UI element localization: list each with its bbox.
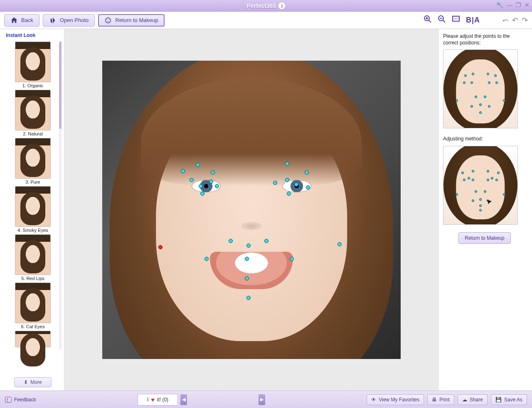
share-button[interactable]: ☁ Share [458,394,488,405]
toolbar-right: B|A ⤺ ↶ ↷ [424,15,528,25]
heart-icon: ♥ [151,396,154,403]
titlebar: Perfect365 i 🔧 — ❐ ✕ [0,0,532,12]
window-controls: 🔧 — ❐ ✕ [496,2,530,8]
view-favorites-button[interactable]: 👁 View My Favorites [367,394,424,405]
return-makeup-label: Return to Makeup [115,17,158,23]
zoom-in-icon[interactable] [424,15,432,25]
face-keypoint-18[interactable] [204,257,209,261]
face-keypoint-20[interactable] [290,257,294,261]
right-panel: Please adjust the points to the correct … [438,29,532,391]
undo-redo-group: ⤺ ↶ ↷ [502,16,528,25]
face-keypoint-21[interactable] [245,276,249,280]
zoom-out-icon[interactable] [438,15,446,25]
face-keypoint-24[interactable] [158,245,163,249]
return-makeup-button[interactable]: Return to Makeup [98,14,164,27]
wrench-icon[interactable]: 🔧 [496,2,503,8]
svg-point-2 [109,19,110,20]
look-item-6[interactable]: 6. Cat Eyes [4,283,62,330]
undo-all-icon[interactable]: ⤺ [502,16,509,25]
face-keypoint-14[interactable] [287,192,291,196]
svg-line-8 [443,20,445,22]
look-item-5[interactable]: 5. Red Lips [4,234,62,282]
look-label: 1. Organic [4,83,62,88]
looks-list: 1. Organic2. Natural3. Pure4. Smoky Eyes… [4,42,62,375]
face-keypoint-6[interactable] [215,184,219,188]
return-makeup-side-button[interactable]: Return to Makeup [458,232,510,244]
save-as-button[interactable]: 💾 Save As [491,394,527,405]
face-keypoint-10[interactable] [273,181,277,185]
face-keypoint-7[interactable] [200,192,204,196]
feedback-label: Feedback [14,397,36,403]
face-keypoint-2[interactable] [211,170,215,175]
scrollbar-thumb[interactable] [59,42,62,129]
face-keypoint-22[interactable] [246,296,251,300]
look-item-2[interactable]: 2. Natural [4,90,62,137]
maximize-icon[interactable]: ❐ [516,2,521,8]
app-title-text: Perfect365 [247,2,276,9]
print-button[interactable]: 🖶 Print [427,394,454,405]
print-label: Print [439,397,450,403]
face-keypoint-23[interactable] [337,242,342,246]
look-thumb [15,283,51,323]
face-keypoint-1[interactable] [181,169,185,173]
next-arrow[interactable]: ▶ [259,394,265,405]
look-item-7[interactable] [4,331,62,347]
face-keypoint-19[interactable] [245,257,249,261]
face-keypoint-4[interactable] [209,179,213,184]
svg-line-4 [429,20,431,22]
close-icon[interactable]: ✕ [525,2,530,8]
main-area: Instant Look 1. Organic2. Natural3. Pure… [0,29,532,391]
back-button[interactable]: Back [4,14,39,27]
love-prefix: I [147,397,148,403]
before-after-icon[interactable]: B|A [466,16,480,25]
look-item-4[interactable]: 4. Smoky Eyes [4,186,62,233]
face-keypoint-12[interactable] [294,182,298,187]
prev-arrow[interactable]: ◀ [180,394,187,405]
love-suffix: it! (0) [157,397,168,403]
fit-screen-icon[interactable] [452,15,460,25]
minimize-icon[interactable]: — [507,2,512,8]
face-keypoint-17[interactable] [246,243,251,248]
look-thumb [15,90,51,130]
love-it-button[interactable]: I ♥ it! (0) [138,394,178,406]
adjust-instruction: Please adjust the points to the correct … [443,33,526,46]
look-thumb [15,186,51,227]
look-thumb [15,138,51,179]
face-keypoint-15[interactable] [229,239,233,243]
share-label: Share [470,397,483,403]
home-icon [10,17,18,24]
look-item-3[interactable]: 3. Pure [4,138,62,185]
face-points-icon [104,17,112,24]
photo-canvas[interactable] [102,61,401,359]
redo-icon[interactable]: ↷ [522,16,528,25]
face-keypoint-0[interactable] [196,163,200,167]
svg-point-0 [106,17,111,23]
more-label: More [30,379,42,385]
face-keypoint-8[interactable] [285,162,289,166]
undo-icon[interactable]: ↶ [512,16,518,25]
share-icon: ☁ [462,397,467,403]
face-keypoint-16[interactable] [264,239,268,243]
main-toolbar: Back Open Photo Return to Makeup B|A ⤺ ↶… [0,12,532,29]
look-label: 2. Natural [4,131,62,136]
look-label: 5. Red Lips [4,276,62,281]
face-keypoint-5[interactable] [199,184,203,188]
bottombar: ! Feedback I ♥ it! (0) ◀ ▶ 👁 View My Fav… [0,391,532,408]
back-label: Back [21,17,33,23]
face-keypoint-11[interactable] [285,178,289,182]
face-keypoint-3[interactable] [190,178,194,182]
save-as-label: Save As [504,397,522,403]
open-photo-button[interactable]: Open Photo [43,14,95,27]
face-keypoint-13[interactable] [306,185,310,189]
reference-thumb-positions [443,49,518,128]
photo-nose [241,222,262,230]
info-icon[interactable]: i [278,2,285,9]
look-item-1[interactable]: 1. Organic [4,42,62,89]
more-button[interactable]: ⬇ More [14,377,52,387]
sidebar-title: Instant Look [4,32,62,38]
sidebar: Instant Look 1. Organic2. Natural3. Pure… [0,29,64,391]
face-keypoint-9[interactable] [305,170,309,175]
eye-icon: 👁 [371,397,376,403]
look-thumb [15,331,51,347]
feedback-button[interactable]: ! Feedback [5,397,36,403]
